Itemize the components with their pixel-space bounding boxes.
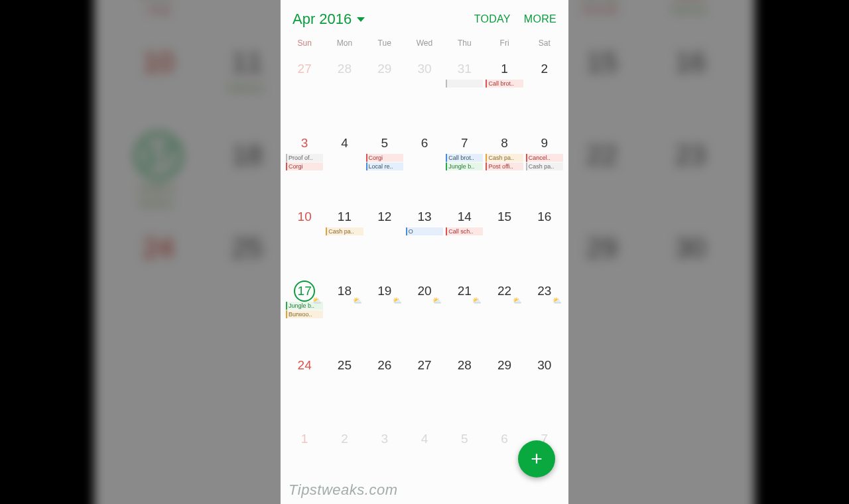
day-cell[interactable]: 10 xyxy=(285,204,324,278)
dow-label: Tue xyxy=(365,38,405,56)
day-number: 1 xyxy=(294,428,315,450)
day-cell[interactable]: 16 xyxy=(525,204,564,278)
day-cell[interactable]: 13O xyxy=(405,204,444,278)
today-button[interactable]: TODAY xyxy=(474,13,511,25)
day-cell[interactable]: 6 xyxy=(405,130,444,204)
event-chip[interactable]: Call sch.. xyxy=(446,227,483,235)
dow-label: Fri xyxy=(484,38,524,56)
day-cell[interactable]: 31 xyxy=(444,56,484,130)
day-number: 12 xyxy=(374,206,395,227)
day-cell[interactable]: 18⛅ xyxy=(324,278,364,352)
day-number: 2 xyxy=(334,428,355,450)
day-number: 28 xyxy=(454,355,475,376)
dow-label: Sat xyxy=(525,38,564,56)
event-list: Call brot.. xyxy=(484,80,524,88)
day-cell[interactable]: 26 xyxy=(365,352,405,426)
day-cell[interactable]: 20⛅ xyxy=(405,278,444,352)
event-chip[interactable]: Cash pa.. xyxy=(526,162,563,170)
day-number: 6 xyxy=(414,133,435,154)
day-cell[interactable]: 4 xyxy=(324,130,364,204)
event-list: Call sch.. xyxy=(444,227,484,235)
event-list xyxy=(444,80,484,88)
event-chip[interactable]: Burwoo.. xyxy=(286,310,323,318)
day-cell[interactable]: 12 xyxy=(365,204,405,278)
day-cell[interactable]: 19⛅ xyxy=(365,278,405,352)
more-button[interactable]: MORE xyxy=(524,13,556,25)
event-chip[interactable]: Jungle b.. xyxy=(446,162,483,170)
weather-icon: ⛅ xyxy=(513,296,522,305)
event-chip[interactable]: Cash pa.. xyxy=(326,227,363,235)
day-number: 11 xyxy=(334,206,355,227)
weather-icon: ⛅ xyxy=(472,296,482,305)
day-cell[interactable]: 2 xyxy=(525,56,564,130)
event-chip[interactable]: Cancel.. xyxy=(526,154,563,162)
month-picker[interactable]: Apr 2016 xyxy=(293,11,365,28)
day-number: 31 xyxy=(454,58,475,80)
day-number: 13 xyxy=(414,206,435,227)
chevron-down-icon xyxy=(357,17,365,22)
day-cell[interactable]: 25 xyxy=(324,352,364,426)
day-number: 4 xyxy=(334,133,355,154)
day-number: 1 xyxy=(494,58,515,80)
weather-icon: ⛅ xyxy=(432,296,442,305)
day-of-week-row: SunMonTueWedThuFriSat xyxy=(281,38,568,56)
day-cell[interactable]: 29 xyxy=(365,56,405,130)
event-chip[interactable]: Corgi xyxy=(286,162,323,170)
day-cell[interactable]: 28 xyxy=(324,56,364,130)
day-cell[interactable]: 30 xyxy=(405,56,444,130)
day-cell[interactable]: 17⛅Jungle b..Burwoo.. xyxy=(285,278,324,352)
day-number: 24 xyxy=(294,355,315,376)
event-chip[interactable]: Call brot.. xyxy=(486,80,523,88)
event-chip[interactable]: Post offi.. xyxy=(486,162,523,170)
weather-icon: ⛅ xyxy=(312,296,322,305)
day-cell[interactable]: 9Cancel..Cash pa.. xyxy=(525,130,564,204)
day-cell[interactable]: 21⛅ xyxy=(444,278,484,352)
day-number: 29 xyxy=(494,355,515,376)
event-chip[interactable]: O xyxy=(406,227,443,235)
event-chip[interactable]: Corgi xyxy=(366,154,403,162)
day-cell[interactable]: 4 xyxy=(405,426,444,500)
day-cell[interactable]: 22⛅ xyxy=(484,278,524,352)
day-number: 10 xyxy=(294,206,315,227)
day-number: 5 xyxy=(454,428,475,450)
day-number: 26 xyxy=(374,355,395,376)
day-cell[interactable]: 15 xyxy=(484,204,524,278)
day-cell[interactable]: 5CorgiLocal re.. xyxy=(365,130,405,204)
day-cell[interactable]: 11Cash pa.. xyxy=(324,204,364,278)
day-cell[interactable]: 30 xyxy=(525,352,564,426)
day-cell[interactable]: 3Proof of..Corgi xyxy=(285,130,324,204)
event-chip[interactable]: Proof of.. xyxy=(286,154,323,162)
day-number: 30 xyxy=(534,355,555,376)
event-chip[interactable]: Local re.. xyxy=(366,162,403,170)
day-cell[interactable]: 14Call sch.. xyxy=(444,204,484,278)
day-cell[interactable]: 27 xyxy=(405,352,444,426)
day-number: 8 xyxy=(494,133,515,154)
day-number: 15 xyxy=(494,206,515,227)
watermark: Tipstweaks.com xyxy=(289,481,398,499)
day-cell[interactable]: 8Cash pa..Post offi.. xyxy=(484,130,524,204)
dow-label: Sun xyxy=(285,38,324,56)
day-cell[interactable]: 27 xyxy=(285,56,324,130)
event-list: Cash pa.. xyxy=(324,227,364,235)
weather-icon: ⛅ xyxy=(553,296,562,305)
day-number: 30 xyxy=(414,58,435,80)
event-list: Call brot..Jungle b.. xyxy=(444,154,484,170)
day-cell[interactable]: 5 xyxy=(444,426,484,500)
dow-label: Thu xyxy=(444,38,484,56)
day-cell[interactable]: 1Call brot.. xyxy=(484,56,524,130)
event-chip[interactable]: Cash pa.. xyxy=(486,154,523,162)
day-cell[interactable]: 7Call brot..Jungle b.. xyxy=(444,130,484,204)
day-cell[interactable]: 29 xyxy=(484,352,524,426)
day-number: 28 xyxy=(334,58,355,80)
day-number: 14 xyxy=(454,206,475,227)
day-number: 2 xyxy=(534,58,555,80)
day-cell[interactable]: 23⛅ xyxy=(525,278,564,352)
day-cell[interactable]: 28 xyxy=(444,352,484,426)
plus-icon: + xyxy=(531,448,543,470)
day-number: 5 xyxy=(374,133,395,154)
day-cell[interactable]: 24 xyxy=(285,352,324,426)
add-event-fab[interactable]: + xyxy=(518,440,555,477)
event-list: Cancel..Cash pa.. xyxy=(525,154,564,170)
event-chip[interactable]: Call brot.. xyxy=(446,154,483,162)
event-chip[interactable] xyxy=(446,80,483,88)
